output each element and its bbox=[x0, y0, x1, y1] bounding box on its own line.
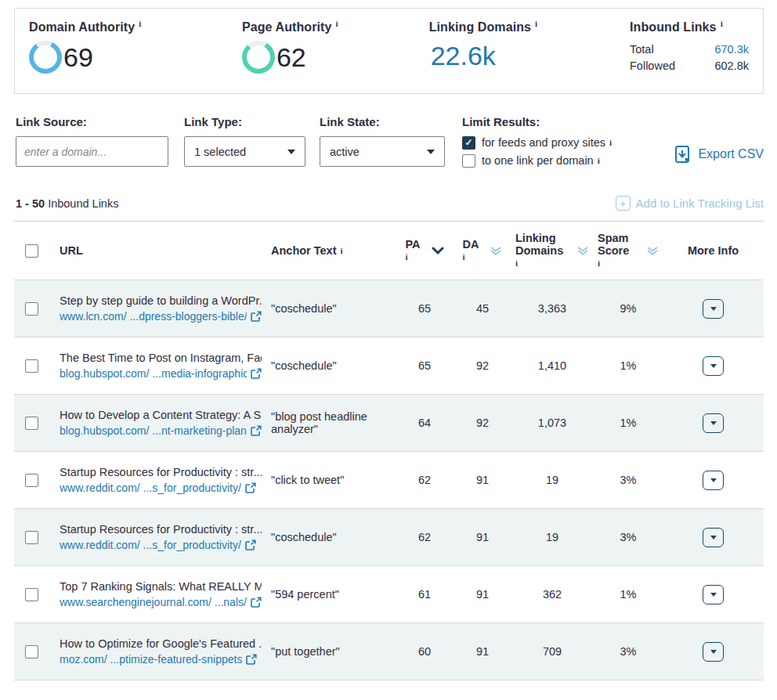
link-type-value: 1 selected bbox=[194, 146, 246, 158]
chevron-down-icon bbox=[710, 593, 717, 597]
export-csv-icon bbox=[674, 145, 691, 164]
info-icon[interactable]: i bbox=[405, 251, 407, 263]
da-value: 92 bbox=[454, 359, 511, 372]
page-authority-label: Page Authority bbox=[242, 20, 332, 34]
link-url[interactable]: www.reddit.com/ ...s_for_productivity/ bbox=[60, 537, 241, 553]
add-to-link-tracking-list-button[interactable]: + Add to Link Tracking List bbox=[616, 196, 764, 211]
external-link-icon[interactable] bbox=[246, 654, 257, 665]
row-checkbox[interactable] bbox=[25, 359, 38, 373]
metric-domain-authority: Domain Authorityi 69 bbox=[29, 19, 242, 81]
linking-domains-value: 3,363 bbox=[511, 302, 594, 315]
link-url[interactable]: blog.hubspot.com/ ...nt-marketing-plan bbox=[60, 423, 247, 438]
external-link-icon[interactable] bbox=[251, 368, 262, 379]
info-icon[interactable]: i bbox=[515, 257, 518, 269]
more-info-button[interactable] bbox=[703, 471, 724, 490]
linking-domains-value: 19 bbox=[511, 474, 594, 486]
linking-domains-value: 1,410 bbox=[511, 359, 594, 372]
external-link-icon[interactable] bbox=[251, 311, 262, 322]
info-icon[interactable]: i bbox=[139, 19, 141, 28]
checkbox-unchecked[interactable] bbox=[462, 154, 475, 168]
da-value: 91 bbox=[454, 531, 511, 543]
row-checkbox[interactable] bbox=[25, 531, 38, 544]
link-url[interactable]: www.lcn.com/ ...dpress-bloggers-bible/ bbox=[60, 309, 247, 324]
da-value: 91 bbox=[454, 645, 511, 658]
header-spam-score-sort[interactable]: Spam Scorei bbox=[594, 232, 663, 269]
link-type-label: Link Type: bbox=[184, 115, 305, 128]
domain-authority-label: Domain Authority bbox=[29, 20, 135, 34]
info-icon[interactable]: i bbox=[598, 257, 600, 269]
export-csv-label: Export CSV bbox=[698, 147, 764, 161]
link-state-dropdown[interactable]: active bbox=[320, 136, 445, 167]
checkbox-checked[interactable]: ✓ bbox=[462, 136, 475, 150]
export-csv-button[interactable]: Export CSV bbox=[674, 145, 764, 164]
more-info-button[interactable] bbox=[703, 299, 724, 319]
row-checkbox[interactable] bbox=[25, 645, 38, 659]
link-url[interactable]: moz.com/ ...ptimize-featured-snippets bbox=[60, 651, 242, 667]
results-bar: 1 - 50 Inbound Links + Add to Link Track… bbox=[16, 196, 764, 211]
followed-label: Followed bbox=[630, 58, 675, 74]
spam-score-value: 9% bbox=[594, 302, 663, 315]
table-row: How to Develop a Content Strategy: A S..… bbox=[14, 394, 764, 451]
header-more-info: More Info bbox=[663, 244, 764, 257]
info-icon[interactable]: i bbox=[609, 136, 612, 150]
domain-authority-value: 69 bbox=[63, 42, 93, 73]
link-title: Step by step guide to building a WordPr.… bbox=[60, 293, 262, 309]
total-value-link[interactable]: 670.3k bbox=[714, 41, 749, 58]
row-checkbox[interactable] bbox=[25, 588, 38, 601]
page-authority-donut bbox=[242, 41, 275, 74]
anchor-text: "coschedule" bbox=[271, 359, 395, 372]
header-da-sort[interactable]: DAi bbox=[454, 238, 511, 263]
total-label: Total bbox=[630, 41, 654, 58]
inbound-links-label: Inbound Links bbox=[630, 20, 717, 34]
chevron-down-icon bbox=[710, 536, 717, 539]
header-linking-domains-sort[interactable]: Linking Domainsi bbox=[511, 232, 594, 269]
info-icon[interactable]: i bbox=[463, 251, 465, 263]
link-url[interactable]: blog.hubspot.com/ ...media-infographic bbox=[60, 366, 247, 381]
external-link-icon[interactable] bbox=[251, 425, 262, 436]
row-checkbox[interactable] bbox=[25, 474, 38, 487]
linking-domains-value: 362 bbox=[511, 588, 594, 601]
anchor-text: "coschedule" bbox=[271, 302, 395, 315]
link-url[interactable]: www.reddit.com/ ...s_for_productivity/ bbox=[60, 480, 241, 496]
external-link-icon[interactable] bbox=[245, 482, 256, 493]
da-value: 45 bbox=[454, 302, 511, 315]
link-title: How to Optimize for Google's Featured ..… bbox=[60, 636, 262, 651]
info-icon[interactable]: i bbox=[336, 19, 338, 28]
limit-results-option[interactable]: to one link per domaini bbox=[462, 154, 650, 168]
info-icon[interactable]: i bbox=[535, 19, 537, 28]
results-label: Inbound Links bbox=[48, 197, 118, 210]
pa-value: 64 bbox=[395, 417, 454, 429]
pa-value: 62 bbox=[395, 531, 454, 543]
spam-score-value: 1% bbox=[594, 417, 663, 429]
more-info-button[interactable] bbox=[703, 413, 724, 433]
info-icon[interactable]: i bbox=[341, 246, 343, 255]
anchor-text: "594 percent" bbox=[271, 588, 395, 601]
results-range: 1 - 50 bbox=[16, 197, 45, 210]
inbound-total-row: Total 670.3k bbox=[630, 41, 749, 58]
limit-results-label: Limit Results: bbox=[462, 115, 650, 128]
link-type-filter: Link Type: 1 selected bbox=[184, 115, 305, 172]
link-type-dropdown[interactable]: 1 selected bbox=[184, 136, 305, 167]
metric-linking-domains: Linking Domainsi 22.6k bbox=[429, 19, 630, 81]
row-checkbox[interactable] bbox=[25, 417, 38, 430]
link-source-input[interactable] bbox=[16, 136, 168, 167]
header-pa-sort[interactable]: PAi bbox=[395, 238, 454, 263]
external-link-icon[interactable] bbox=[245, 539, 256, 550]
metric-page-authority: Page Authorityi 62 bbox=[242, 19, 429, 81]
link-url[interactable]: www.searchenginejournal.com/ ...nals/ bbox=[60, 594, 247, 610]
more-info-button[interactable] bbox=[703, 528, 724, 547]
external-link-icon[interactable] bbox=[251, 597, 262, 608]
pa-value: 62 bbox=[395, 474, 454, 486]
more-info-button[interactable] bbox=[703, 642, 724, 662]
more-info-button[interactable] bbox=[703, 585, 724, 604]
anchor-text: "blog post headline analyzer" bbox=[271, 410, 395, 435]
link-title: The Best Time to Post on Instagram, Fac.… bbox=[60, 350, 262, 366]
anchor-text: "coschedule" bbox=[271, 531, 395, 543]
sort-desc-icon bbox=[432, 247, 444, 254]
info-icon[interactable]: i bbox=[721, 19, 723, 28]
info-icon[interactable]: i bbox=[598, 154, 600, 168]
select-all-checkbox[interactable] bbox=[25, 244, 38, 258]
more-info-button[interactable] bbox=[703, 356, 724, 376]
limit-results-option[interactable]: ✓for feeds and proxy sitesi bbox=[462, 136, 650, 150]
row-checkbox[interactable] bbox=[25, 302, 38, 316]
